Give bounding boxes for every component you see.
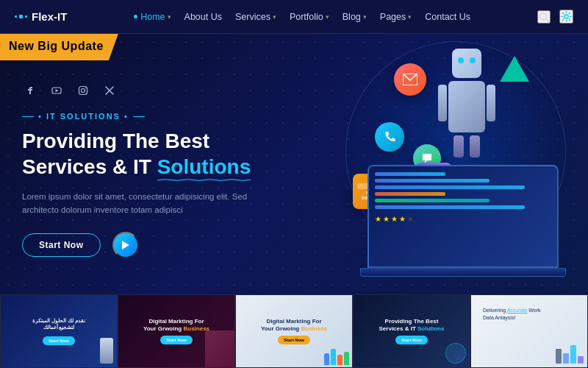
settings-button[interactable]: [559, 10, 573, 24]
thumb-2-btn[interactable]: Start Now: [160, 336, 193, 344]
thumbnail-5[interactable]: Delivering Accurate WorkData Anlaysis!: [470, 294, 588, 368]
svg-line-1: [545, 18, 548, 21]
robot-eye-left: [458, 57, 464, 63]
hero-left-content: • IT SOLUTIONS • Providing The Best Serv…: [0, 34, 309, 294]
nav-actions: [537, 10, 573, 24]
thumb-4-title: Providing The BestServices & IT Solution…: [379, 318, 445, 333]
teal-triangle-accent: [500, 56, 529, 82]
play-icon: [122, 241, 129, 250]
thumb-5-deco: [556, 345, 584, 364]
facebook-icon[interactable]: [22, 82, 38, 99]
hero-actions: Start Now: [22, 232, 309, 258]
hero-title: Providing The Best Services & IT Solutio…: [22, 128, 309, 180]
laptop-base: [360, 268, 567, 277]
screen-line-1: [375, 172, 445, 176]
robot-leg-right: [470, 135, 480, 158]
laptop-illustration: ★ ★ ★ ★ ★: [368, 165, 559, 277]
play-button[interactable]: [112, 232, 139, 258]
robot-arm-left: [438, 85, 447, 121]
brand-name: Flex-IT: [32, 10, 67, 23]
screen-line-4: [375, 192, 445, 196]
robot-leg-left: [453, 135, 464, 158]
thumbnail-1[interactable]: نقدم لك الحلول المبتكرةلتشجيع أعمالك Sta…: [0, 294, 118, 368]
svg-point-2: [564, 15, 568, 18]
youtube-icon[interactable]: [49, 82, 65, 99]
nav-link-contact[interactable]: Contact Us: [425, 12, 470, 22]
float-phone-icon: [375, 122, 404, 152]
instagram-icon[interactable]: [75, 82, 91, 99]
iso-illustration: 24/7 ★ ★: [294, 34, 588, 294]
navbar: Flex-IT Home ▾ About Us Services ▾ Portf…: [0, 0, 588, 34]
thumbnail-3[interactable]: Digital Markting ForYour Grwoing Busines…: [235, 294, 353, 368]
thumb-2-deco: [205, 330, 234, 367]
thumbnail-2[interactable]: Digital Markting ForYour Grwoing Busines…: [118, 294, 235, 368]
nav-link-pages[interactable]: Pages ▾: [380, 12, 412, 22]
screen-line-3: [375, 185, 525, 189]
logo-icon: [15, 15, 27, 18]
thumbnail-strip: نقدم لك الحلول المبتكرةلتشجيع أعمالك Sta…: [0, 294, 588, 368]
robot-head: [452, 49, 481, 78]
update-badge: New Big Update: [0, 34, 118, 60]
chevron-down-icon: ▾: [363, 13, 367, 21]
thumb-3-title: Digital Markting ForYour Grwoing Busines…: [261, 318, 327, 333]
brand-logo[interactable]: Flex-IT: [15, 10, 67, 23]
robot-legs: [441, 135, 492, 158]
thumb-4-btn[interactable]: Start Now: [395, 336, 428, 344]
robot-arm-right: [487, 85, 495, 121]
nav-link-about[interactable]: About Us: [184, 12, 222, 22]
thumb-1-title: نقدم لك الحلول المبتكرةلتشجيع أعمالك: [32, 317, 85, 330]
chevron-down-icon: ▾: [408, 13, 412, 21]
start-now-button[interactable]: Start Now: [22, 233, 101, 257]
hero-right-illustration: 24/7 ★ ★: [294, 34, 588, 294]
robot-figure: [441, 49, 492, 166]
chevron-down-icon: ▾: [168, 13, 171, 21]
robot-body: [448, 81, 485, 132]
nav-link-blog[interactable]: Blog ▾: [343, 12, 367, 22]
thumbnail-4[interactable]: Providing The BestServices & IT Solution…: [353, 294, 470, 368]
thumb-4-deco: [445, 343, 466, 364]
hero-description: Lorem ipsum dolor sit amet, consectetur …: [22, 190, 272, 217]
search-button[interactable]: [537, 10, 551, 24]
chevron-down-icon: ▾: [326, 13, 329, 21]
gear-icon: [561, 11, 572, 22]
nav-links: Home ▾ About Us Services ▾ Portfolio ▾ B…: [134, 12, 470, 22]
svg-marker-4: [56, 89, 59, 92]
thumb-3-btn[interactable]: Start Now: [278, 336, 310, 344]
thumb-2-title: Digital Markting ForYour Grwoing Busines…: [143, 318, 209, 333]
svg-point-7: [85, 88, 86, 88]
float-email-icon: [394, 63, 426, 96]
screen-stars: ★ ★ ★ ★ ★: [375, 215, 551, 223]
svg-marker-8: [122, 241, 129, 250]
hero-section: New Big Update: [0, 34, 588, 294]
thumb-5-text: Delivering Accurate WorkData Anlaysis!: [477, 301, 546, 328]
chevron-down-icon: ▾: [273, 13, 276, 21]
mini-robot-1: [100, 338, 113, 364]
screen-line-5: [375, 199, 490, 202]
twitter-x-icon[interactable]: [101, 82, 118, 99]
social-icons: [22, 82, 309, 99]
svg-point-6: [82, 89, 85, 93]
robot-eye-right: [470, 57, 476, 63]
nav-link-services[interactable]: Services ▾: [235, 12, 276, 22]
laptop-screen: ★ ★ ★ ★ ★: [368, 165, 559, 268]
it-solutions-label: • IT SOLUTIONS •: [22, 112, 309, 121]
search-icon: [539, 12, 549, 22]
nav-link-home[interactable]: Home ▾: [134, 12, 171, 22]
screen-line-6: [375, 205, 525, 209]
thumb-3-figures: [324, 349, 349, 365]
screen-line-2: [375, 179, 490, 183]
nav-link-portfolio[interactable]: Portfolio ▾: [290, 12, 329, 22]
thumb-1-btn[interactable]: Start Now: [43, 336, 75, 345]
